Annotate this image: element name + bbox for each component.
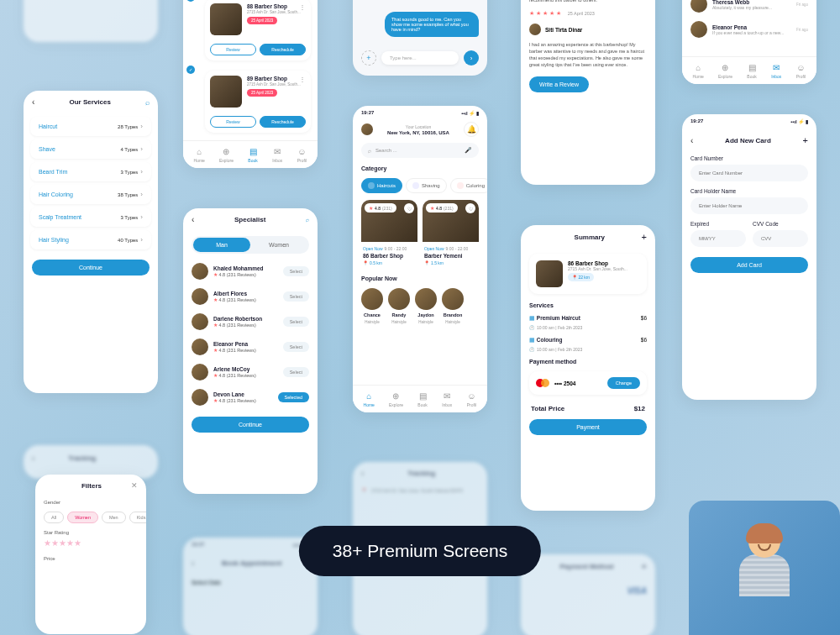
mic-icon[interactable]: 🎤	[465, 147, 472, 154]
search-bar[interactable]: ⌕ Search ... 🎤	[361, 143, 479, 158]
nav-book[interactable]: ▤Book	[417, 391, 428, 407]
popular-item[interactable]: BrandonHairstyle	[442, 288, 464, 324]
add-attachment-icon[interactable]: +	[361, 50, 376, 66]
card-number-input[interactable]	[690, 165, 808, 181]
radio-checked-icon[interactable]: ✓	[186, 66, 195, 74]
shop-thumbnail	[536, 260, 563, 287]
location-selector[interactable]: Your Location New York, NY, 10016, USA	[378, 124, 459, 135]
bookings-screen: Review Reschedule ✓ 88 Barber Shop 2715 …	[183, 0, 318, 168]
specialist-item[interactable]: Eleanor Pena★ 4.8 (231 Reviews)Select	[183, 334, 318, 359]
add-card-button[interactable]: Add Card	[690, 257, 808, 273]
booking-card[interactable]: 88 Barber Shop 2715 Ash Dr. San Jose, So…	[205, 0, 311, 60]
heart-icon[interactable]: ♡	[465, 203, 475, 213]
shop-card[interactable]: ★4.8 (231)♡ Open Now 9:00 - 22:00Barber …	[423, 200, 479, 269]
continue-button[interactable]: Continue	[192, 417, 309, 433]
change-button[interactable]: Change	[607, 377, 640, 389]
nav-inbox[interactable]: ✉Inbox	[272, 146, 282, 163]
popular-item[interactable]: RandyHairstyle	[388, 288, 410, 324]
shop-card[interactable]: ★4.8 (231)♡ Open Now 9:00 - 22:0086 Barb…	[361, 200, 417, 269]
screen-title: Our Services	[69, 98, 110, 106]
filter-pill-kids[interactable]: Kids	[129, 512, 146, 523]
radio-checked-icon[interactable]: ✓	[186, 0, 195, 2]
back-icon[interactable]: ‹	[690, 136, 693, 145]
filter-pill-women[interactable]: Women	[67, 512, 98, 523]
nav-book[interactable]: ▤Book	[248, 146, 258, 163]
nav-home[interactable]: ⌂Home	[364, 391, 375, 407]
clock-icon: 🕐	[529, 347, 534, 352]
popular-item[interactable]: ChanceHairstyle	[361, 288, 383, 324]
back-icon[interactable]: ‹	[192, 215, 194, 224]
tracking-bg-screen: ‹Tracking	[24, 445, 158, 479]
back-icon[interactable]: ‹	[32, 97, 34, 107]
plus-icon[interactable]: +	[803, 135, 808, 145]
service-item[interactable]: Beard Trim3 Types›	[30, 162, 151, 181]
chat-input[interactable]: Type here...	[381, 51, 459, 65]
specialist-item[interactable]: Khaled Mohammed★ 4.8 (231 Reviews)Select	[183, 259, 318, 284]
nav-explore[interactable]: ⊕Explore	[219, 146, 234, 163]
nav-inbox[interactable]: ✉Inbox	[771, 62, 781, 79]
status-time: 19:27	[361, 110, 374, 116]
service-item[interactable]: Shave4 Types›	[30, 139, 151, 159]
calendar-icon: ▦	[529, 337, 535, 343]
inbox-item[interactable]: Eleanor PenaIf you ever need a touch-up …	[682, 17, 816, 42]
service-item[interactable]: Haircut28 Types›	[30, 117, 151, 136]
category-pill[interactable]: Shaving	[406, 178, 447, 193]
rating-stars: ★ ★ ★ ★ ★25 April 2023	[521, 7, 655, 20]
nav-inbox[interactable]: ✉Inbox	[442, 391, 452, 407]
specialist-screen: ‹ Specialist ⌕ Man Women Khaled Mohammed…	[183, 208, 318, 494]
summary-screen: Summary + 86 Barber Shop 2715 Ash Dr. Sa…	[521, 225, 655, 511]
nav-home[interactable]: ⌂Home	[693, 62, 704, 79]
services-screen: ‹ Our Services ⌕ Haircut28 Types› Shave4…	[24, 91, 158, 393]
specialist-item[interactable]: Arlene McCoy★ 4.8 (231 Reviews)Select	[183, 359, 318, 385]
bell-icon[interactable]: 🔔	[464, 122, 479, 137]
specialist-item[interactable]: Darlene Robertson★ 4.8 (231 Reviews)Sele…	[183, 309, 318, 334]
filter-pill-all[interactable]: All	[44, 512, 64, 523]
star-rating-picker[interactable]: ★★★★★	[35, 537, 146, 549]
card-holder-input[interactable]	[690, 197, 808, 214]
filter-pill-men[interactable]: Men	[102, 512, 126, 523]
summary-shop-card[interactable]: 86 Barber Shop 2715 Ash Dr. San Jose, So…	[529, 254, 647, 294]
cvv-input[interactable]	[753, 230, 808, 247]
close-icon[interactable]: ✕	[131, 481, 138, 490]
chat-screen: That sounds good to me. Can you show me …	[353, 0, 487, 76]
plus-icon[interactable]: +	[642, 232, 647, 242]
user-avatar[interactable]	[361, 123, 373, 135]
character-illustration	[689, 501, 840, 635]
inbox-screen: Theresa WebbAbsolutely, it was my pleasu…	[682, 0, 816, 84]
search-icon[interactable]: ⌕	[306, 217, 309, 223]
specialist-item[interactable]: Devon Lane★ 4.8 (231 Reviews)Selected	[183, 385, 318, 410]
shop-thumbnail	[210, 76, 242, 108]
search-icon: ⌕	[368, 148, 371, 154]
write-review-button[interactable]: Write a Review	[529, 76, 589, 92]
tab-man[interactable]: Man	[193, 238, 250, 252]
service-item[interactable]: Scalp Treatment3 Types›	[30, 207, 151, 227]
heart-icon[interactable]: ♡	[404, 203, 414, 213]
inbox-item[interactable]: Theresa WebbAbsolutely, it was my pleasu…	[682, 0, 816, 17]
nav-home[interactable]: ⌂Home	[194, 146, 205, 163]
category-pill[interactable]: Coloring	[450, 178, 487, 193]
nav-profil[interactable]: ☺Profil	[297, 146, 307, 163]
nav-explore[interactable]: ⊕Explore	[718, 62, 732, 79]
home-screen: 19:27••ıl ⚡ ▮ Your Location New York, NY…	[353, 106, 487, 412]
payment-method-card[interactable]: •••• 2504 Change	[529, 371, 647, 395]
nav-book[interactable]: ▤Book	[747, 62, 757, 79]
menu-dots-icon[interactable]: ⋮	[299, 3, 306, 11]
menu-dots-icon[interactable]: ⋮	[299, 76, 306, 83]
category-pill[interactable]: Haircuts	[361, 178, 402, 193]
service-item[interactable]: Hair Styling40 Types›	[30, 230, 151, 249]
nav-explore[interactable]: ⊕Explore	[389, 391, 403, 407]
book-appointment-screen: 19:27●●● ⚡ ‹Book Appointment Select Date	[183, 538, 318, 635]
tab-women[interactable]: Women	[250, 238, 307, 252]
nav-profil[interactable]: ☺Profil	[466, 391, 476, 407]
popular-item[interactable]: JaydonHairstyle	[415, 288, 437, 324]
payment-button[interactable]: Payment	[529, 419, 647, 435]
booking-card[interactable]: 89 Barber Shop 2715 Ash Dr. San Jose, So…	[205, 71, 311, 133]
specialist-item[interactable]: Albert Flores★ 4.8 (231 Reviews)Select	[183, 284, 318, 309]
search-icon[interactable]: ⌕	[145, 98, 150, 107]
send-icon[interactable]: ›	[464, 50, 479, 66]
calendar-icon: ▦	[529, 315, 535, 321]
continue-button[interactable]: Continue	[32, 260, 150, 276]
service-item[interactable]: Hair Coloring38 Types›	[30, 185, 151, 204]
nav-profil[interactable]: ☺Profil	[795, 62, 806, 79]
expiry-input[interactable]	[690, 230, 746, 247]
